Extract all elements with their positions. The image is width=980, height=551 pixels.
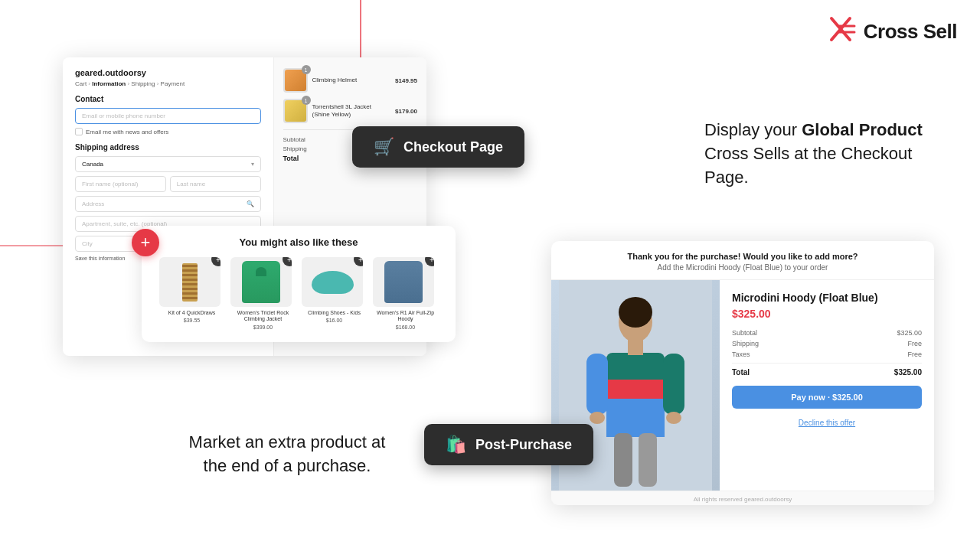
product-name-3: Climbing Shoes - Kids: [302, 310, 367, 316]
rope-icon: [182, 263, 198, 302]
pp-details: Microdini Hoody (Float Blue) $325.00 Sub…: [720, 280, 934, 491]
right-description: Display your Global Product Cross Sells …: [704, 119, 934, 189]
checkout-btn-label: Checkout Page: [403, 139, 503, 155]
product-img-1: +: [159, 257, 220, 307]
product-img-3: +: [302, 257, 363, 307]
product-price-2: $399.00: [230, 324, 296, 330]
pp-subtotal-row: Subtotal $325.00: [732, 329, 922, 337]
email-checkbox-label: Email me with news and offers: [86, 129, 168, 135]
product-add-btn-1[interactable]: +: [211, 257, 220, 266]
store-name: geared.outdoorsy: [75, 68, 261, 77]
svg-rect-11: [663, 354, 684, 415]
right-desc-prefix: Display your: [704, 120, 802, 139]
cross-sell-products: + Kit of 4 QuickDraws $39.55 + Women's T…: [154, 257, 443, 330]
svg-point-12: [590, 412, 605, 424]
header: Cross Sell: [825, 15, 957, 48]
first-name-input[interactable]: First name (optional): [75, 176, 166, 192]
name-row: First name (optional) Last name: [75, 176, 261, 192]
cross-sell-title: You might also like these: [154, 236, 443, 248]
product-card-2: + Women's Triclet Rock Climbing Jacket $…: [230, 257, 296, 330]
left-text-line2: the end of a purchase.: [204, 456, 371, 475]
product-name-4: Women's R1 Air Full-Zip Hoody: [373, 310, 438, 323]
total-label: Total: [283, 155, 299, 162]
product-img-4: +: [373, 257, 434, 307]
product-name-2: Women's Triclet Rock Climbing Jacket: [230, 310, 296, 323]
pp-shipping-value: Free: [907, 340, 922, 347]
checkout-btn-icon: 🛒: [374, 137, 394, 157]
shipping-label: Shipping: [283, 145, 307, 152]
svg-rect-14: [628, 340, 643, 355]
post-purchase-description: Market an extra product at the end of a …: [176, 431, 398, 478]
pp-total-value: $325.00: [894, 368, 922, 377]
pp-taxes-value: Free: [907, 350, 922, 358]
order-item-2: 1 Torrentshell 3L Jacket (Shine Yellow) …: [283, 99, 418, 123]
pp-taxes-row: Taxes Free: [732, 350, 922, 358]
address-input[interactable]: Address 🔍: [75, 196, 261, 212]
email-checkbox[interactable]: [75, 128, 83, 135]
order-item-1: 1 Climbing Helmet $149.95: [283, 68, 418, 93]
item-2-info: Torrentshell 3L Jacket (Shine Yellow): [312, 103, 391, 118]
post-purchase-btn-icon: 🛍️: [446, 435, 466, 455]
pp-header-subtitle: Add the Microdini Hoody (Float Blue) to …: [567, 263, 919, 272]
svg-rect-10: [586, 354, 608, 415]
pp-decline-button[interactable]: Decline this offer: [732, 419, 922, 427]
pp-total-label: Total: [732, 368, 750, 377]
climbing-shoe-icon: [312, 271, 354, 294]
item-1-img: 1: [283, 68, 308, 93]
svg-point-13: [666, 412, 681, 424]
contact-label: Contact: [75, 95, 261, 103]
add-product-button[interactable]: +: [132, 229, 159, 256]
shipping-label: Shipping address: [75, 143, 261, 152]
product-img-2: +: [230, 257, 292, 307]
svg-point-6: [619, 297, 652, 328]
pp-subtotal-value: $325.00: [897, 329, 922, 337]
item-1-name: Climbing Helmet: [312, 77, 391, 84]
right-desc-suffix: Cross Sells at the Checkout Page.: [704, 144, 912, 187]
pp-header-title: Thank you for the purchase! Would you li…: [567, 252, 919, 261]
product-price-1: $39.55: [159, 318, 224, 323]
jacket-green-icon: [242, 261, 280, 303]
product-card-3: + Climbing Shoes - Kids $16.00: [302, 257, 367, 330]
post-purchase-btn-label: Post-Purchase: [475, 437, 572, 453]
checkout-button-overlay[interactable]: 🛒 Checkout Page: [352, 126, 524, 168]
item-2-price: $179.00: [395, 108, 417, 115]
item-2-badge: 1: [302, 96, 311, 105]
right-desc-bold: Global Product: [802, 120, 923, 139]
pp-header: Thank you for the purchase! Would you li…: [551, 241, 934, 280]
pp-divider: [732, 363, 922, 364]
cross-sell-panel: You might also like these + Kit of 4 Qui…: [142, 226, 456, 342]
svg-rect-16: [639, 433, 657, 487]
post-purchase-mockup: Thank you for the purchase! Would you li…: [551, 241, 934, 505]
product-name-1: Kit of 4 QuickDraws: [159, 310, 224, 316]
product-add-btn-2[interactable]: +: [283, 257, 292, 266]
product-price-3: $16.00: [302, 318, 367, 323]
product-card-4: + Women's R1 Air Full-Zip Hoody $168.00: [373, 257, 438, 330]
item-2-name: Torrentshell 3L Jacket (Shine Yellow): [312, 103, 391, 118]
post-purchase-button-overlay[interactable]: 🛍️ Post-Purchase: [424, 424, 593, 465]
svg-rect-9: [606, 399, 665, 437]
svg-rect-15: [614, 433, 632, 487]
pp-taxes-label: Taxes: [732, 350, 750, 358]
country-select[interactable]: Canada ▾: [75, 156, 261, 172]
pp-shipping-row: Shipping Free: [732, 340, 922, 347]
logo-icon: [825, 15, 856, 48]
subtotal-label: Subtotal: [283, 136, 305, 143]
breadcrumb: Cart › Information › Shipping › Payment: [75, 80, 261, 87]
item-1-badge: 1: [302, 65, 311, 74]
product-add-btn-3[interactable]: +: [354, 257, 363, 266]
pp-product-price: $325.00: [732, 308, 922, 320]
pp-body: Microdini Hoody (Float Blue) $325.00 Sub…: [551, 280, 934, 491]
item-2-img: 1: [283, 99, 308, 123]
pp-subtotal-label: Subtotal: [732, 329, 757, 337]
left-text-line1: Market an extra product at: [189, 432, 386, 452]
last-name-input[interactable]: Last name: [170, 176, 261, 192]
product-add-btn-4[interactable]: +: [425, 257, 434, 266]
product-card-1: + Kit of 4 QuickDraws $39.55: [159, 257, 224, 330]
jacket-blue-icon: [384, 261, 423, 303]
logo-text: Cross Sell: [864, 20, 957, 44]
pp-product-name: Microdini Hoody (Float Blue): [732, 291, 922, 305]
pp-footer: All rights reserved geared.outdoorsy: [551, 491, 934, 505]
product-price-4: $168.00: [373, 324, 438, 330]
pp-pay-button[interactable]: Pay now · $325.00: [732, 386, 922, 409]
email-input[interactable]: Email or mobile phone number: [75, 108, 261, 124]
